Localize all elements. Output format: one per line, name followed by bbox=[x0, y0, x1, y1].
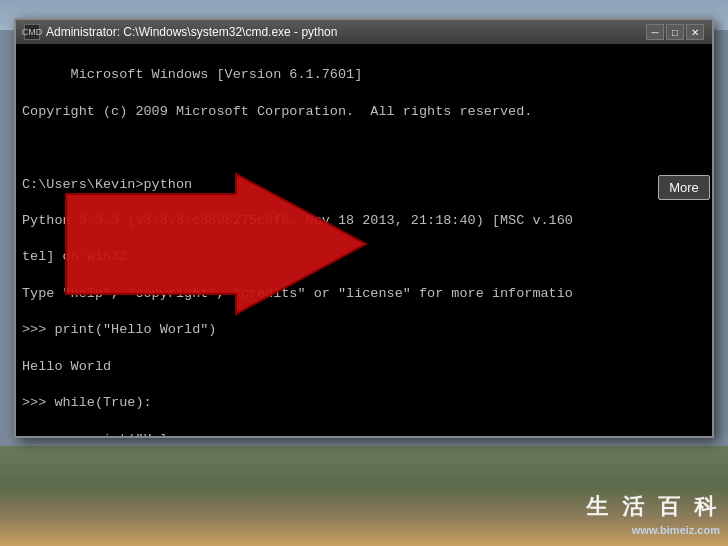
more-button[interactable]: More bbox=[658, 175, 710, 200]
terminal-line-5: Python 3.3.3 (v3.3.3:c3896275c0f6, Nov 1… bbox=[22, 213, 573, 228]
terminal-line-10: >>> while(True): bbox=[22, 395, 152, 410]
terminal-body[interactable]: Microsoft Windows [Version 6.1.7601] Cop… bbox=[16, 44, 712, 436]
terminal-output: Microsoft Windows [Version 6.1.7601] Cop… bbox=[22, 48, 706, 436]
minimize-button[interactable]: ─ bbox=[646, 24, 664, 40]
terminal-line-9: Hello World bbox=[22, 359, 111, 374]
more-button-area: More bbox=[654, 167, 714, 207]
terminal-line-8: >>> print("Hello World") bbox=[22, 322, 216, 337]
watermark-site: www.bimeiz.com bbox=[586, 523, 720, 538]
terminal-line-11: ... print("Hel bbox=[22, 432, 168, 436]
window-controls: ─ □ ✕ bbox=[646, 24, 704, 40]
cmd-icon: CMD bbox=[24, 24, 40, 40]
terminal-line-1: Microsoft Windows [Version 6.1.7601] bbox=[71, 67, 363, 82]
terminal-line-6: tel] on win32 bbox=[22, 249, 127, 264]
terminal-line-4: C:\Users\Kevin>python bbox=[22, 177, 192, 192]
terminal-line-2: Copyright (c) 2009 Microsoft Corporation… bbox=[22, 104, 532, 119]
cmd-titlebar: CMD Administrator: C:\Windows\system32\c… bbox=[16, 20, 712, 44]
watermark-chars: 生 活 百 科 bbox=[586, 492, 720, 523]
terminal-line-3 bbox=[22, 140, 30, 155]
cmd-window: CMD Administrator: C:\Windows\system32\c… bbox=[14, 18, 714, 438]
watermark: 生 活 百 科 www.bimeiz.com bbox=[586, 492, 720, 538]
terminal-line-7: Type "help", "copyright", "credits" or "… bbox=[22, 286, 573, 301]
maximize-button[interactable]: □ bbox=[666, 24, 684, 40]
close-button[interactable]: ✕ bbox=[686, 24, 704, 40]
window-title: Administrator: C:\Windows\system32\cmd.e… bbox=[46, 25, 646, 39]
